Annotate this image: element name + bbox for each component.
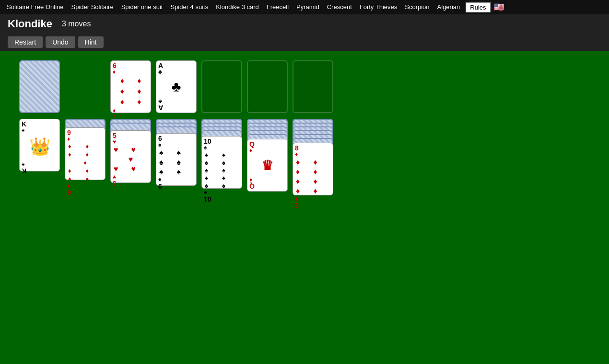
tableau-row: K ♠ 👑 K ♠ 9 ♦ ♦ [19, 119, 590, 205]
waste-pile[interactable] [65, 60, 105, 113]
undo-button[interactable]: Undo [46, 36, 75, 48]
restart-button[interactable]: Restart [8, 36, 43, 48]
hint-button[interactable]: Hint [78, 36, 104, 48]
nav-freecell[interactable]: Freecell [263, 0, 293, 14]
foundation-3[interactable] [247, 60, 288, 113]
button-bar: Restart Undo Hint [0, 34, 609, 51]
nav-algerian[interactable]: Algerian [433, 0, 464, 14]
tableau-col-1[interactable]: K ♠ 👑 K ♠ [19, 119, 60, 171]
foundation-4[interactable] [293, 60, 333, 113]
tableau-col-3[interactable]: 5 ♥ ♥♥ ♥ ♥♥ 5 ♥ [110, 119, 151, 186]
game-header: Klondike 3 moves [0, 14, 609, 34]
nav-pyramid[interactable]: Pyramid [293, 0, 323, 14]
nav-spider-one-suit[interactable]: Spider one suit [117, 0, 167, 14]
nav-crescent[interactable]: Crescent [323, 0, 356, 14]
nav-forty-thieves[interactable]: Forty Thieves [356, 0, 401, 14]
nav-spider-solitaire[interactable]: Spider Solitaire [68, 0, 117, 14]
six-of-diamonds[interactable]: 6 ♦ ♦ ♦ ♦ ♦ ♦ ♦ 9 ♦ [110, 60, 151, 113]
nav-scorpion[interactable]: Scorpion [401, 0, 433, 14]
tableau-col-7[interactable]: 8 ♦ ♦♦ ♦♦ ♦♦ ♦♦ 8 ♦ [293, 119, 333, 205]
tableau-col-2[interactable]: 9 ♦ ♦ ♦ ♦ ♦ ♦ ♦ ♦ ♦ ♦ 6 ♦ [65, 119, 105, 181]
foundation-1[interactable]: A ♣ ♣ A ♣ [156, 60, 197, 113]
top-row: 6 ♦ ♦ ♦ ♦ ♦ ♦ ♦ 9 ♦ A ♣ ♣ [19, 60, 590, 113]
nav-solitaire-free-online[interactable]: Solitaire Free Online [3, 0, 68, 14]
move-counter: 3 moves [62, 20, 91, 28]
nav-spider-4-suits[interactable]: Spider 4 suits [166, 0, 212, 14]
game-title: Klondike [8, 18, 52, 30]
top-navigation: Solitaire Free Online Spider Solitaire S… [0, 0, 609, 14]
flag-icon[interactable]: 🇺🇸 [493, 2, 504, 12]
rules-button[interactable]: Rules [466, 2, 490, 12]
svg-text:👑: 👑 [29, 136, 50, 157]
foundation-2[interactable] [201, 60, 242, 113]
tableau-col-5[interactable]: 10 ♠ ♠♠ ♠♠ ♠♠ ♠♠ ♠♠ 01 ♠ [201, 119, 242, 195]
tableau-col-4[interactable]: 6 ♠ ♠♠ ♠♠ ♠♠ 9 ♠ [156, 119, 197, 191]
game-area: 6 ♦ ♦ ♦ ♦ ♦ ♦ ♦ 9 ♦ A ♣ ♣ [0, 51, 609, 215]
nav-klondike-3-card[interactable]: Klondike 3 card [212, 0, 263, 14]
stock-pile[interactable] [19, 60, 60, 113]
tableau-col-6[interactable]: Q ♦ ♛ Q ♦ [247, 119, 288, 200]
